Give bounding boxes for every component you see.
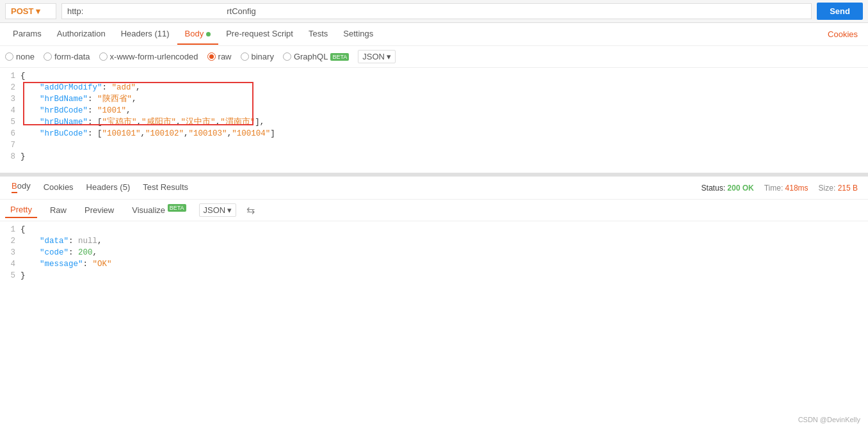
- footer: CSDN @DevinKelly: [791, 413, 868, 426]
- tab-tests[interactable]: Tests: [301, 24, 335, 45]
- code-line-4: 4 "hrBdCode": "1001",: [0, 105, 868, 116]
- resp-opt-raw[interactable]: Raw: [45, 203, 72, 217]
- request-bar: POST ▾ Send: [0, 0, 868, 23]
- visualize-beta-badge: BETA: [168, 204, 186, 212]
- method-dropdown[interactable]: POST ▾: [5, 3, 56, 19]
- option-graphql[interactable]: GraphQL BETA: [283, 52, 349, 61]
- resp-line-1: 1 {: [0, 224, 868, 235]
- graphql-beta-badge: BETA: [330, 53, 349, 61]
- tab-headers[interactable]: Headers (11): [113, 24, 177, 45]
- resp-line-3: 3 "code": 200,: [0, 247, 868, 258]
- response-tabs: Body Cookies Headers (5) Test Results St…: [0, 177, 868, 200]
- cookies-link[interactable]: Cookies: [828, 29, 863, 39]
- resp-json-arrow: ▾: [227, 205, 232, 215]
- response-body-editor[interactable]: 1 { 2 "data": null, 3 "code": 200, 4 "me…: [0, 221, 868, 298]
- body-options: none form-data x-www-form-urlencoded raw…: [0, 46, 868, 68]
- resp-tab-test-results[interactable]: Test Results: [136, 177, 195, 198]
- method-arrow: ▾: [36, 6, 40, 16]
- code-line-5: 5 "hrBuName": ["宝鸡市","咸阳市","汉中市","渭南市"],: [0, 116, 868, 128]
- time-value: 418ms: [785, 184, 808, 193]
- request-tabs: Params Authorization Headers (11) Body P…: [0, 23, 868, 46]
- code-line-8: 8 }: [0, 151, 868, 162]
- radio-graphql: [283, 52, 291, 61]
- code-line-3: 3 "hrBdName": "陕西省",: [0, 93, 868, 105]
- option-raw[interactable]: raw: [207, 52, 232, 61]
- send-button[interactable]: Send: [817, 3, 863, 20]
- json-dropdown-arrow: ▾: [387, 52, 391, 61]
- code-line-1: 1 {: [0, 70, 868, 82]
- tab-settings[interactable]: Settings: [335, 24, 381, 45]
- tab-pre-request[interactable]: Pre-request Script: [218, 24, 301, 45]
- option-urlencoded[interactable]: x-www-form-urlencoded: [99, 52, 198, 61]
- resp-json-dropdown[interactable]: JSON ▾: [199, 203, 237, 217]
- code-line-2: 2 "addOrModify": "add",: [0, 82, 868, 93]
- option-binary[interactable]: binary: [241, 52, 274, 61]
- response-status: Status: 200 OK Time: 418ms Size: 215 B: [702, 184, 863, 193]
- time-label: Time: 418ms: [764, 184, 808, 193]
- json-format-dropdown[interactable]: JSON ▾: [358, 50, 396, 63]
- resp-line-5: 5 }: [0, 270, 868, 281]
- radio-raw: [207, 52, 216, 61]
- body-active-dot: [206, 32, 211, 36]
- code-line-7: 7: [0, 139, 868, 151]
- resp-opt-pretty[interactable]: Pretty: [5, 202, 37, 218]
- response-options: Pretty Raw Preview Visualize BETA JSON ▾…: [0, 200, 868, 221]
- size-value: 215 B: [838, 184, 858, 193]
- url-input[interactable]: [61, 3, 812, 19]
- request-body-editor[interactable]: 1 { 2 "addOrModify": "add", 3 "hrBdName"…: [0, 68, 868, 177]
- radio-form-data: [44, 52, 52, 61]
- resp-tab-headers[interactable]: Headers (5): [80, 177, 137, 198]
- resp-line-4: 4 "message": "OK": [0, 258, 868, 270]
- radio-binary: [241, 52, 249, 61]
- resp-tab-body[interactable]: Body: [5, 176, 37, 200]
- resp-opt-visualize[interactable]: Visualize BETA: [127, 202, 191, 217]
- size-label: Size: 215 B: [819, 184, 858, 193]
- wrap-icon[interactable]: ⇆: [246, 204, 255, 216]
- resp-body-b: B: [12, 181, 17, 193]
- radio-none: [5, 52, 13, 61]
- option-form-data[interactable]: form-data: [44, 52, 90, 61]
- resp-line-2: 2 "data": null,: [0, 235, 868, 247]
- tab-body[interactable]: Body: [177, 24, 219, 45]
- code-line-6: 6 "hrBuCode": ["100101","100102","100103…: [0, 128, 868, 139]
- resp-tab-cookies[interactable]: Cookies: [37, 177, 80, 198]
- radio-urlencoded: [99, 52, 108, 61]
- footer-text: CSDN @DevinKelly: [798, 416, 860, 423]
- tab-authorization[interactable]: Authorization: [49, 24, 113, 45]
- resp-opt-preview[interactable]: Preview: [79, 203, 119, 217]
- status-ok-value: 200 OK: [727, 184, 753, 193]
- option-none[interactable]: none: [5, 52, 35, 61]
- status-label: Status: 200 OK: [702, 184, 754, 193]
- tab-params[interactable]: Params: [5, 24, 49, 45]
- method-label: POST: [11, 6, 33, 16]
